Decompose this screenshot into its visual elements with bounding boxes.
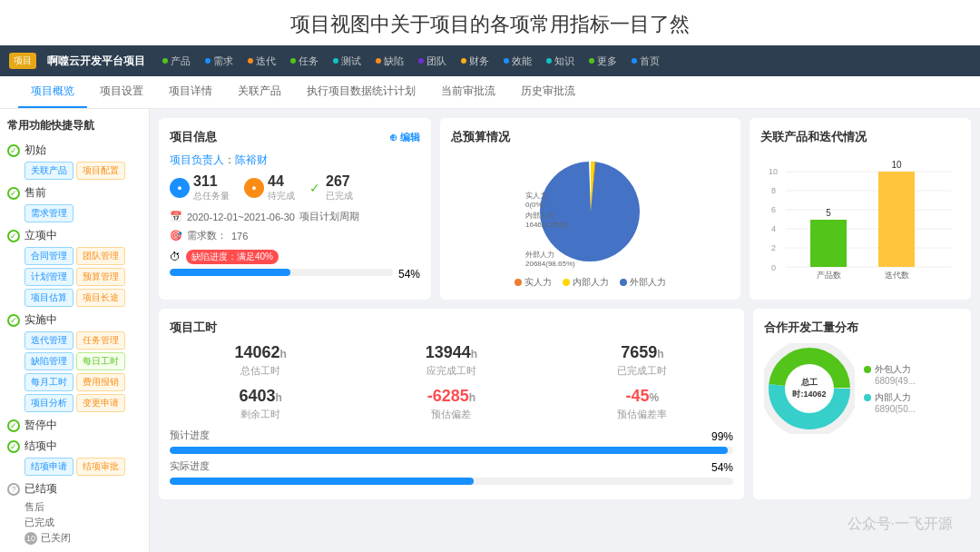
nav-item-财务[interactable]: 财务 — [455, 51, 495, 72]
sidebar-section: ?已结项售后已完成10已关闭 — [7, 481, 142, 545]
donut-chart: 总工时:14062 — [764, 343, 855, 434]
planned-progress: 预计进度 99% — [170, 429, 733, 454]
wh-item: 13944h应完成工时 — [360, 343, 542, 378]
sidebar-sub-item: 10已关闭 — [7, 531, 142, 545]
project-date: 📅 2020-12-01~2021-06-30 项目计划周期 — [170, 210, 420, 223]
sidebar-btn[interactable]: 任务管理 — [76, 331, 125, 350]
progress-section: ⏱ 缺陷进度：满足40% 54% — [170, 250, 420, 281]
budget-card: 总预算情况 实人力 0(0%) — [440, 118, 740, 300]
sidebar-btn[interactable]: 迭代管理 — [24, 331, 74, 350]
sidebar-btn[interactable]: 每月工时 — [24, 373, 74, 391]
sidebar-btn[interactable]: 每日工时 — [76, 352, 125, 370]
project-owner: 项目负责人：陈裕财 — [170, 153, 420, 168]
sub-nav-item-6[interactable]: 历史审批流 — [508, 76, 588, 108]
nav-item-团队[interactable]: 团队 — [412, 51, 453, 72]
planned-pct: 99% — [711, 430, 733, 443]
top-cards-row: 项目信息 ⊕ 编辑 项目负责人：陈裕财 ● 311 总任务量 ● — [159, 118, 971, 300]
sidebar-sub-item: 已完成 — [7, 516, 142, 529]
sub-nav-item-2[interactable]: 项目详情 — [156, 76, 225, 108]
stat-pending: ● 44 待完成 — [244, 173, 295, 202]
sidebar-btn[interactable]: 结项审批 — [76, 458, 125, 476]
wh-item: -45%预估偏差率 — [552, 387, 733, 421]
progress-warning-badge: 缺陷进度：满足40% — [186, 250, 279, 264]
nav-items: 产品需求迭代任务测试缺陷团队财务效能知识更多首页 — [156, 51, 971, 72]
svg-rect-20 — [878, 172, 915, 267]
svg-text:10: 10 — [769, 167, 778, 176]
sidebar-title: 常用功能快捷导航 — [7, 118, 142, 133]
sub-nav-item-3[interactable]: 关联产品 — [225, 76, 294, 108]
nav-item-迭代[interactable]: 迭代 — [241, 51, 282, 72]
sidebar-btn[interactable]: 项目长途 — [76, 289, 125, 307]
nav-item-缺陷[interactable]: 缺陷 — [369, 51, 410, 72]
project-tag: 项目 — [9, 53, 36, 69]
collab-card: 合作开发工量分布 — [753, 309, 971, 499]
sub-nav-item-0[interactable]: 项目概览 — [18, 76, 87, 108]
svg-text:5: 5 — [826, 208, 831, 218]
donut-container: 总工时:14062 外包人力 6809(49... — [764, 343, 960, 434]
svg-text:8: 8 — [771, 186, 776, 195]
sidebar-btn[interactable]: 团队管理 — [76, 247, 125, 265]
nav-item-知识[interactable]: 知识 — [540, 51, 581, 72]
collab-legend: 外包人力 6809(49... 内部人力 6890(50... — [864, 363, 916, 414]
stat-total: ● 311 总任务量 — [170, 173, 230, 202]
sidebar-section: ✓初始关联产品项目配置 — [7, 143, 142, 180]
main-layout: 常用功能快捷导航 ✓初始关联产品项目配置✓售前需求管理✓立项中合同管理团队管理计… — [0, 109, 980, 552]
edit-link[interactable]: ⊕ 编辑 — [389, 131, 420, 144]
sidebar-section: ✓实施中迭代管理任务管理缺陷管理每日工时每月工时费用报销项目分析变更申请 — [7, 312, 142, 412]
demand-row: 🎯 需求数： 176 — [170, 229, 420, 242]
sidebar-btn[interactable]: 预算管理 — [76, 268, 125, 286]
sidebar-btn[interactable]: 结项申请 — [24, 458, 74, 476]
svg-text:10: 10 — [891, 160, 902, 170]
sidebar-btn[interactable]: 项目配置 — [76, 162, 125, 180]
svg-text:0: 0 — [771, 263, 776, 272]
sub-nav: 项目概览项目设置项目详情关联产品执行项目数据统计计划当前审批流历史审批流 — [0, 76, 980, 109]
nav-item-首页[interactable]: 首页 — [625, 51, 666, 72]
svg-text:产品数: 产品数 — [817, 271, 841, 280]
collab-title: 合作开发工量分布 — [764, 320, 858, 336]
wh-item: 14062h总估工时 — [170, 343, 351, 378]
bottom-cards-row: 项目工时 14062h总估工时13944h应完成工时7659h已完成工时6403… — [159, 309, 971, 499]
nav-item-产品[interactable]: 产品 — [156, 51, 197, 72]
sidebar-btn[interactable]: 缺陷管理 — [24, 352, 74, 370]
wh-item: -6285h预估偏差 — [360, 387, 542, 421]
svg-text:迭代数: 迭代数 — [885, 271, 909, 280]
sidebar-btn[interactable]: 需求管理 — [24, 204, 74, 222]
sub-nav-item-1[interactable]: 项目设置 — [87, 76, 156, 108]
budget-legend: 实人力 内部人力 外部人力 — [514, 276, 666, 289]
actual-progress: 实际进度 54% — [170, 459, 733, 485]
nav-item-需求[interactable]: 需求 — [199, 51, 240, 72]
sub-nav-item-4[interactable]: 执行项目数据统计计划 — [294, 76, 428, 108]
project-name: 啊噬云开发平台项目 — [47, 54, 145, 69]
project-info-card: 项目信息 ⊕ 编辑 项目负责人：陈裕财 ● 311 总任务量 ● — [159, 118, 431, 300]
project-info-title: 项目信息 — [170, 129, 217, 145]
actual-pct: 54% — [711, 461, 733, 474]
sidebar-btn[interactable]: 合同管理 — [24, 247, 74, 265]
sidebar-btn[interactable]: 项目估算 — [24, 289, 74, 307]
svg-text:4: 4 — [771, 224, 776, 233]
sidebar-btn[interactable]: 关联产品 — [24, 162, 74, 180]
sidebar-btn[interactable]: 计划管理 — [24, 268, 74, 286]
workhours-title: 项目工时 — [170, 320, 217, 336]
pie-chart-svg: 实人力 0(0%) 内部人力 1646(1.35%) 外部人力 20684(98… — [518, 153, 663, 271]
svg-text:0(0%): 0(0%) — [525, 201, 545, 209]
svg-text:1646(1.35%): 1646(1.35%) — [525, 221, 567, 229]
sidebar-section: ✓结项中结项申请结项审批 — [7, 439, 142, 476]
linked-card: 关联产品和迭代情况 0 2 4 6 8 10 — [750, 118, 971, 300]
svg-text:20684(98.65%): 20684(98.65%) — [525, 260, 575, 268]
stat-done: ✓ 267 已完成 — [309, 173, 353, 202]
sidebar-btn[interactable]: 项目分析 — [24, 394, 74, 412]
linked-title: 关联产品和迭代情况 — [760, 129, 867, 145]
svg-text:外部人力: 外部人力 — [525, 251, 554, 259]
nav-item-测试[interactable]: 测试 — [327, 51, 368, 72]
top-nav: 项目 啊噬云开发平台项目 产品需求迭代任务测试缺陷团队财务效能知识更多首页 — [0, 45, 980, 76]
sidebar-btn[interactable]: 变更申请 — [76, 394, 125, 412]
sub-nav-item-5[interactable]: 当前审批流 — [428, 76, 508, 108]
nav-item-效能[interactable]: 效能 — [497, 51, 538, 72]
nav-item-更多[interactable]: 更多 — [583, 51, 623, 72]
svg-text:6: 6 — [771, 205, 776, 214]
svg-rect-18 — [810, 220, 847, 267]
svg-text:实人力: 实人力 — [525, 192, 547, 200]
sidebar-btn[interactable]: 费用报销 — [76, 373, 125, 391]
nav-item-任务[interactable]: 任务 — [284, 51, 325, 72]
sidebar-section: ✓暂停中 — [7, 418, 142, 433]
